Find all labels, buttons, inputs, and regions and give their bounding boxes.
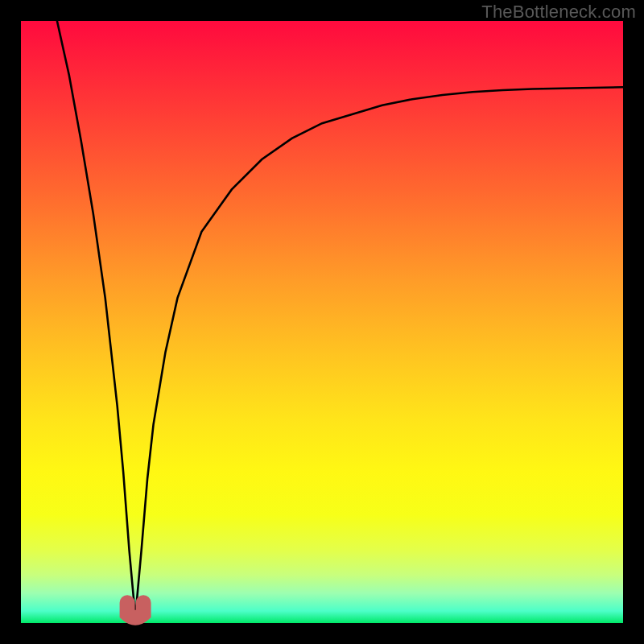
bottleneck-curve [57, 21, 623, 617]
chart-svg [21, 21, 623, 623]
chart-frame: TheBottleneck.com [0, 0, 644, 644]
chart-plot-area [21, 21, 623, 623]
watermark-text: TheBottleneck.com [481, 2, 636, 23]
minimum-marker [127, 603, 143, 618]
